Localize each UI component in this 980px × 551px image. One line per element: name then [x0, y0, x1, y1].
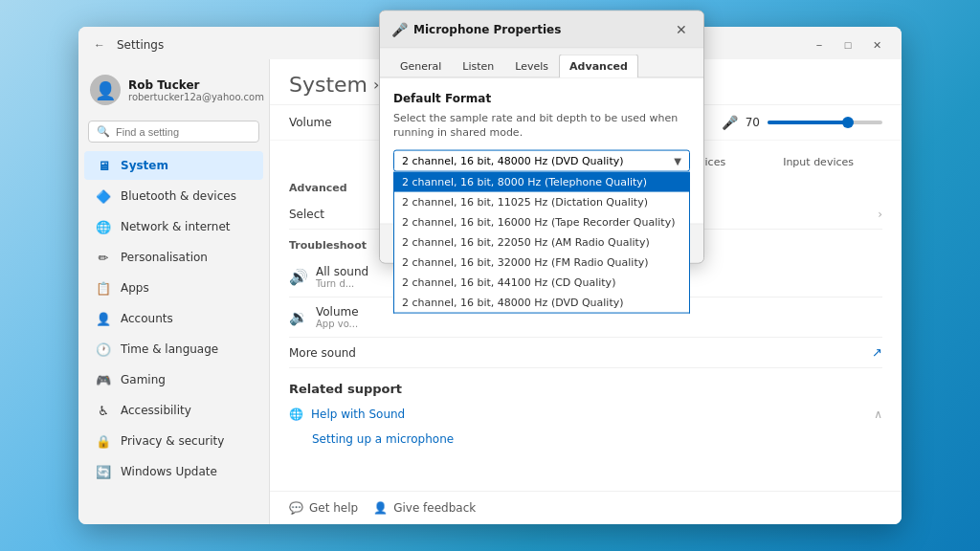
modal-body: Default Format Select the sample rate an… [380, 78, 703, 224]
sidebar-item-label: System [121, 159, 168, 172]
tab-listen[interactable]: Listen [452, 55, 504, 78]
sidebar-item-label: Personalisation [121, 251, 208, 264]
system-icon: 🖥 [96, 158, 111, 173]
get-help-label: Get help [309, 501, 358, 515]
search-input[interactable] [116, 126, 251, 138]
breadcrumb-parent: System [289, 73, 368, 97]
sidebar-item-label: Windows Update [121, 465, 217, 478]
give-feedback-label: Give feedback [393, 501, 476, 515]
feedback-icon: 👤 [373, 501, 388, 515]
dropdown-item-7[interactable]: 2 channel, 16 bit, 48000 Hz (DVD Quality… [394, 292, 689, 312]
sidebar-item-label: Apps [121, 281, 149, 295]
sidebar-item-label: Accessibility [121, 404, 191, 417]
dropdown-list: 2 channel, 16 bit, 8000 Hz (Telephone Qu… [393, 171, 690, 313]
user-info: Rob Tucker robertucker12a@yahoo.com [128, 78, 264, 102]
user-email: robertucker12a@yahoo.com [128, 92, 264, 102]
sidebar-item-label: Gaming [121, 373, 166, 386]
volume-mixer-left: 🔉 Volume App vo... [289, 305, 359, 329]
sidebar-item-gaming[interactable]: 🎮 Gaming [84, 365, 263, 394]
volume-label: Volume [289, 116, 332, 129]
tab-advanced[interactable]: Advanced [559, 55, 638, 78]
mic-setup-link[interactable]: Setting up a microphone [289, 427, 882, 452]
gaming-icon: 🎮 [96, 372, 111, 387]
avatar: 👤 [90, 75, 121, 105]
volume-icon: 🔉 [289, 308, 308, 326]
give-feedback-link[interactable]: 👤 Give feedback [373, 501, 476, 515]
default-format-desc: Select the sample rate and bit depth to … [393, 111, 690, 141]
modal-title-text: Microphone Properties [413, 23, 561, 36]
sidebar-item-accessibility[interactable]: ♿ Accessibility [84, 396, 263, 425]
select-label: Select [289, 208, 324, 221]
globe-icon: 🌐 [289, 408, 303, 421]
titlebar-left: ← Settings [90, 36, 164, 54]
maximize-button[interactable]: □ [835, 35, 861, 55]
modal-mic-icon: 🎤 [391, 22, 408, 37]
volume-right: 🎤 70 [722, 115, 882, 130]
accounts-icon: 👤 [96, 311, 111, 326]
sidebar-item-bluetooth[interactable]: 🔷 Bluetooth & devices [84, 182, 263, 210]
external-link-icon: ↗ [872, 345, 882, 360]
footer-links: 💬 Get help 👤 Give feedback [270, 491, 902, 524]
personalisation-icon: ✏️ [96, 250, 111, 265]
window-title: Settings [117, 38, 164, 52]
more-sound-left: More sound [289, 346, 356, 360]
minimize-button[interactable]: − [806, 35, 833, 55]
more-sound-row[interactable]: More sound ↗ [289, 338, 882, 368]
dropdown-item-3[interactable]: 2 channel, 16 bit, 16000 Hz (Tape Record… [394, 211, 689, 231]
modal-titlebar: 🎤 Microphone Properties ✕ [380, 11, 703, 49]
microphone-properties-dialog: 🎤 Microphone Properties ✕ General Listen… [379, 11, 704, 264]
sidebar-item-apps[interactable]: 📋 Apps [84, 274, 263, 302]
sidebar-item-label: Privacy & security [121, 434, 224, 448]
modal-close-button[interactable]: ✕ [671, 19, 692, 40]
back-button[interactable]: ← [90, 36, 109, 54]
help-icon: 💬 [289, 501, 303, 515]
get-help-link[interactable]: 💬 Get help [289, 501, 358, 515]
bluetooth-icon: 🔷 [96, 188, 111, 204]
apps-icon: 📋 [96, 280, 111, 296]
help-sound-label: Help with Sound [311, 408, 405, 421]
all-sound-left: 🔊 All sound Turn d... [289, 265, 368, 289]
volume-slider-thumb[interactable] [842, 117, 854, 128]
dropdown-item-4[interactable]: 2 channel, 16 bit, 22050 Hz (AM Radio Qu… [394, 231, 689, 252]
all-sound-label: All sound [316, 265, 368, 278]
volume-mixer-desc: App vo... [316, 319, 359, 329]
more-sound-label: More sound [289, 346, 356, 360]
sidebar-item-time[interactable]: 🕐 Time & language [84, 335, 263, 364]
default-format-title: Default Format [393, 92, 690, 105]
privacy-icon: 🔒 [96, 433, 111, 449]
sidebar-item-label: Network & internet [121, 220, 231, 233]
dropdown-item-5[interactable]: 2 channel, 16 bit, 32000 Hz (FM Radio Qu… [394, 252, 689, 272]
chevron-right-icon: › [878, 208, 882, 221]
sidebar-item-privacy[interactable]: 🔒 Privacy & security [84, 427, 263, 455]
all-sound-desc: Turn d... [316, 278, 368, 289]
sidebar-item-accounts[interactable]: 👤 Accounts [84, 304, 263, 333]
volume-slider[interactable] [768, 121, 882, 124]
tab-levels[interactable]: Levels [504, 55, 559, 78]
sidebar: 👤 Rob Tucker robertucker12a@yahoo.com 🔍 … [78, 59, 270, 524]
sidebar-item-network[interactable]: 🌐 Network & internet [84, 212, 263, 241]
search-box[interactable]: 🔍 [88, 121, 259, 143]
sidebar-item-label: Bluetooth & devices [121, 189, 236, 203]
related-support-heading: Related support [289, 382, 882, 396]
selected-format-text: 2 channel, 16 bit, 48000 Hz (DVD Quality… [402, 154, 624, 166]
user-profile: 👤 Rob Tucker robertucker12a@yahoo.com [78, 67, 269, 117]
titlebar-controls: − □ ✕ [806, 35, 890, 55]
dropdown-item-2[interactable]: 2 channel, 16 bit, 11025 Hz (Dictation Q… [394, 191, 689, 211]
volume-slider-fill [768, 121, 848, 124]
time-icon: 🕐 [96, 342, 111, 357]
close-button[interactable]: ✕ [863, 35, 890, 55]
sidebar-item-system[interactable]: 🖥 System [84, 151, 263, 180]
dropdown-item-1[interactable]: 2 channel, 16 bit, 8000 Hz (Telephone Qu… [394, 171, 689, 191]
update-icon: 🔄 [96, 464, 111, 479]
search-icon: 🔍 [97, 125, 110, 138]
dropdown-arrow-icon: ▼ [674, 155, 681, 165]
dropdown-item-6[interactable]: 2 channel, 16 bit, 44100 Hz (CD Quality) [394, 272, 689, 292]
chevron-up-icon: ∧ [874, 408, 882, 421]
sidebar-item-windows-update[interactable]: 🔄 Windows Update [84, 457, 263, 486]
sidebar-item-personalisation[interactable]: ✏️ Personalisation [84, 243, 263, 272]
help-with-sound-link[interactable]: 🌐 Help with Sound ∧ [289, 402, 882, 427]
sidebar-item-label: Accounts [121, 312, 173, 325]
format-dropdown[interactable]: 2 channel, 16 bit, 48000 Hz (DVD Quality… [393, 149, 690, 171]
dropdown-selected[interactable]: 2 channel, 16 bit, 48000 Hz (DVD Quality… [393, 149, 690, 171]
tab-general[interactable]: General [390, 55, 452, 78]
